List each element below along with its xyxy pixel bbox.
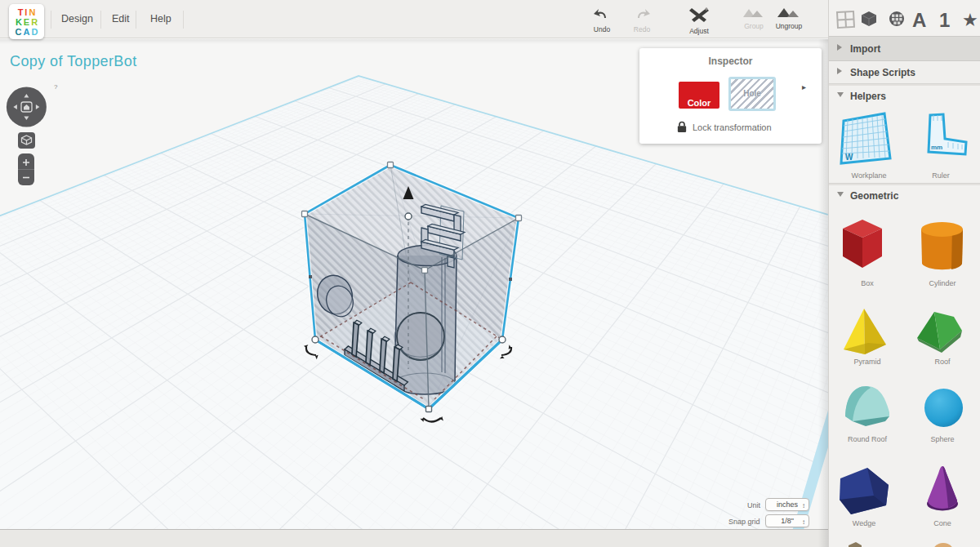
svg-text:?: ?	[54, 83, 58, 91]
